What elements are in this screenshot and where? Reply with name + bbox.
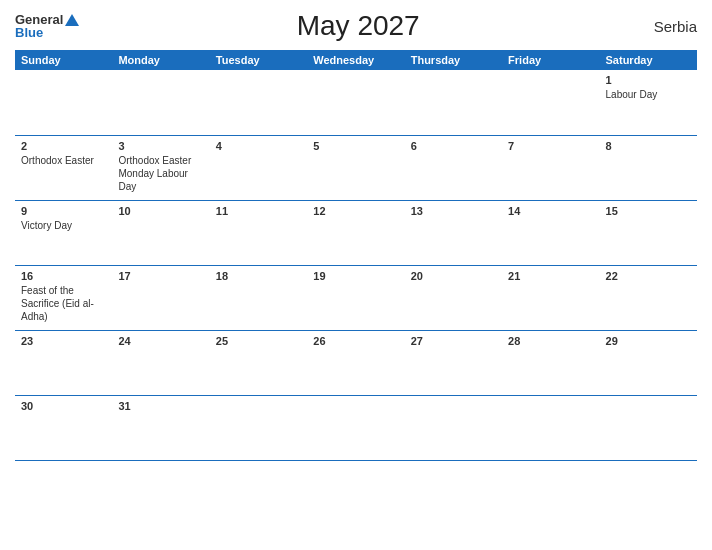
calendar-cell: 22 bbox=[600, 265, 697, 330]
holiday-name: Labour Day bbox=[606, 89, 658, 100]
calendar-page: General Blue May 2027 Serbia SundayMonda… bbox=[0, 0, 712, 550]
calendar-cell: 7 bbox=[502, 135, 599, 200]
calendar-cell bbox=[405, 70, 502, 135]
day-number: 30 bbox=[21, 400, 106, 412]
day-number: 25 bbox=[216, 335, 301, 347]
calendar-cell: 31 bbox=[112, 395, 209, 460]
calendar-cell: 14 bbox=[502, 200, 599, 265]
day-number: 29 bbox=[606, 335, 691, 347]
day-number: 5 bbox=[313, 140, 398, 152]
calendar-cell: 5 bbox=[307, 135, 404, 200]
day-number: 22 bbox=[606, 270, 691, 282]
calendar-cell bbox=[502, 70, 599, 135]
calendar-cell: 8 bbox=[600, 135, 697, 200]
calendar-cell: 9Victory Day bbox=[15, 200, 112, 265]
calendar-cell: 4 bbox=[210, 135, 307, 200]
day-number: 13 bbox=[411, 205, 496, 217]
day-number: 12 bbox=[313, 205, 398, 217]
calendar-cell: 3Orthodox Easter Monday Labour Day bbox=[112, 135, 209, 200]
calendar-cell: 20 bbox=[405, 265, 502, 330]
day-of-week-wednesday: Wednesday bbox=[307, 50, 404, 70]
calendar-cell bbox=[15, 70, 112, 135]
calendar-cell: 12 bbox=[307, 200, 404, 265]
day-of-week-sunday: Sunday bbox=[15, 50, 112, 70]
day-number: 15 bbox=[606, 205, 691, 217]
calendar-cell: 25 bbox=[210, 330, 307, 395]
week-row: 2Orthodox Easter3Orthodox Easter Monday … bbox=[15, 135, 697, 200]
day-number: 4 bbox=[216, 140, 301, 152]
calendar-cell bbox=[307, 70, 404, 135]
day-number: 9 bbox=[21, 205, 106, 217]
calendar-cell bbox=[600, 395, 697, 460]
day-number: 23 bbox=[21, 335, 106, 347]
calendar-cell: 27 bbox=[405, 330, 502, 395]
calendar-cell: 30 bbox=[15, 395, 112, 460]
calendar-header: SundayMondayTuesdayWednesdayThursdayFrid… bbox=[15, 50, 697, 70]
week-row: 1Labour Day bbox=[15, 70, 697, 135]
day-of-week-friday: Friday bbox=[502, 50, 599, 70]
calendar-cell: 19 bbox=[307, 265, 404, 330]
day-number: 28 bbox=[508, 335, 593, 347]
calendar-cell: 15 bbox=[600, 200, 697, 265]
week-row: 16Feast of the Sacrifice (Eid al-Adha)17… bbox=[15, 265, 697, 330]
calendar-cell: 2Orthodox Easter bbox=[15, 135, 112, 200]
day-number: 3 bbox=[118, 140, 203, 152]
day-number: 11 bbox=[216, 205, 301, 217]
calendar-cell bbox=[112, 70, 209, 135]
calendar-title: May 2027 bbox=[79, 10, 637, 42]
holiday-name: Victory Day bbox=[21, 220, 72, 231]
day-number: 7 bbox=[508, 140, 593, 152]
calendar-cell: 28 bbox=[502, 330, 599, 395]
day-of-week-monday: Monday bbox=[112, 50, 209, 70]
calendar-cell: 6 bbox=[405, 135, 502, 200]
day-number: 18 bbox=[216, 270, 301, 282]
day-number: 6 bbox=[411, 140, 496, 152]
day-of-week-thursday: Thursday bbox=[405, 50, 502, 70]
calendar-cell: 10 bbox=[112, 200, 209, 265]
calendar-table: SundayMondayTuesdayWednesdayThursdayFrid… bbox=[15, 50, 697, 461]
day-number: 21 bbox=[508, 270, 593, 282]
day-of-week-tuesday: Tuesday bbox=[210, 50, 307, 70]
day-of-week-saturday: Saturday bbox=[600, 50, 697, 70]
logo-triangle-icon bbox=[65, 14, 79, 26]
holiday-name: Orthodox Easter Monday Labour Day bbox=[118, 155, 191, 192]
day-number: 27 bbox=[411, 335, 496, 347]
logo: General Blue bbox=[15, 13, 79, 39]
calendar-cell: 29 bbox=[600, 330, 697, 395]
page-header: General Blue May 2027 Serbia bbox=[15, 10, 697, 42]
calendar-cell: 13 bbox=[405, 200, 502, 265]
logo-blue-text: Blue bbox=[15, 26, 79, 39]
week-row: 23242526272829 bbox=[15, 330, 697, 395]
day-number: 2 bbox=[21, 140, 106, 152]
day-number: 16 bbox=[21, 270, 106, 282]
calendar-cell: 16Feast of the Sacrifice (Eid al-Adha) bbox=[15, 265, 112, 330]
calendar-cell: 21 bbox=[502, 265, 599, 330]
country-label: Serbia bbox=[637, 18, 697, 35]
day-number: 31 bbox=[118, 400, 203, 412]
day-number: 26 bbox=[313, 335, 398, 347]
calendar-cell: 23 bbox=[15, 330, 112, 395]
holiday-name: Feast of the Sacrifice (Eid al-Adha) bbox=[21, 285, 94, 322]
calendar-cell: 18 bbox=[210, 265, 307, 330]
calendar-cell bbox=[210, 395, 307, 460]
calendar-body: 1Labour Day2Orthodox Easter3Orthodox Eas… bbox=[15, 70, 697, 460]
day-number: 8 bbox=[606, 140, 691, 152]
calendar-cell bbox=[405, 395, 502, 460]
calendar-cell bbox=[307, 395, 404, 460]
holiday-name: Orthodox Easter bbox=[21, 155, 94, 166]
week-row: 9Victory Day101112131415 bbox=[15, 200, 697, 265]
day-number: 10 bbox=[118, 205, 203, 217]
calendar-cell: 17 bbox=[112, 265, 209, 330]
day-number: 17 bbox=[118, 270, 203, 282]
day-number: 19 bbox=[313, 270, 398, 282]
calendar-cell bbox=[210, 70, 307, 135]
calendar-cell: 1Labour Day bbox=[600, 70, 697, 135]
calendar-cell: 26 bbox=[307, 330, 404, 395]
week-row: 3031 bbox=[15, 395, 697, 460]
day-number: 24 bbox=[118, 335, 203, 347]
calendar-cell: 11 bbox=[210, 200, 307, 265]
days-of-week-row: SundayMondayTuesdayWednesdayThursdayFrid… bbox=[15, 50, 697, 70]
day-number: 1 bbox=[606, 74, 691, 86]
day-number: 14 bbox=[508, 205, 593, 217]
calendar-cell bbox=[502, 395, 599, 460]
